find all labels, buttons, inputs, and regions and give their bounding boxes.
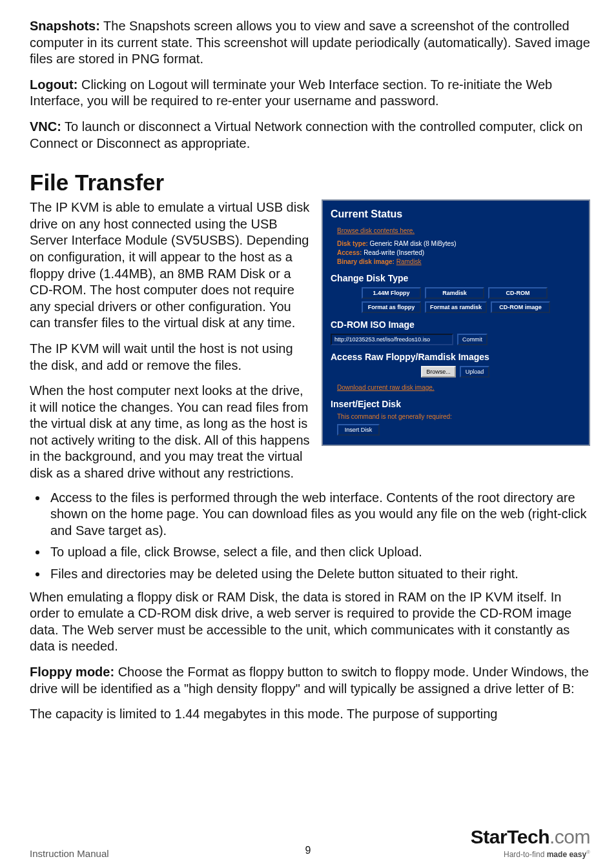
ft-para-1: The IP KVM is able to emulate a virtual … [30,199,310,332]
bullet-list: Access to the files is performed through… [30,490,590,583]
status-access-key: Access: [337,249,362,256]
brand-com: .com [549,826,590,847]
bullet-3: Files and directories may be deleted usi… [48,566,590,583]
download-raw-link[interactable]: Download current raw disk image. [337,384,435,391]
footer-page-number: 9 [305,845,311,856]
right-column: Current Status Browse disk contents here… [322,199,590,446]
after-para-2: Floppy mode: Choose the Format as floppy… [30,664,590,697]
btn-cdrom[interactable]: CD-ROM [488,287,548,299]
floppy-mode-label: Floppy mode: [30,665,114,679]
status-access: Access: Read-write (Inserted) [337,248,581,257]
after-para-1: When emulating a floppy disk or RAM Disk… [30,589,590,655]
status-binary: Binary disk image: Ramdisk [337,257,581,267]
para-snapshots-label: Snapshots: [30,19,100,33]
disk-type-row-1: 1.44M Floppy Ramdisk CD-ROM [362,287,581,299]
iso-row: http://10235253.net/iso/freedos10.iso Co… [331,334,581,345]
section-title: File Transfer [30,170,590,196]
ss-heading-current-status: Current Status [331,208,581,220]
ramdisk-link[interactable]: Ramdisk [396,257,422,267]
status-block: Disk type: Generic RAM disk (8 MiBytes) … [337,239,581,267]
btn-browse[interactable]: Browse... [421,366,456,378]
para-logout-label: Logout: [30,77,77,92]
bullet-1: Access to the files is performed through… [48,490,590,540]
para-vnc-text: To launch or disconnect a Virtual Networ… [30,119,582,150]
para-snapshots: Snapshots: The Snapshots screen allows y… [30,18,590,68]
bullet-2: To upload a file, click Browse, select a… [48,544,590,561]
para-logout-text: Clicking on Logout will terminate your W… [30,77,552,108]
footer: Instruction Manual 9 StarTech.com Hard-t… [0,826,616,859]
upload-row: Browse... Upload [421,366,581,378]
btn-upload[interactable]: Upload [460,366,489,378]
para-snapshots-text: The Snapshots screen allows you to view … [30,19,590,66]
disk-type-row-2: Format as floppy Format as ramdisk CD-RO… [362,301,581,313]
iso-url-input[interactable]: http://10235253.net/iso/freedos10.iso [331,334,453,345]
status-access-val: Read-write (Inserted) [362,249,424,256]
brand-tagline: Hard-to-find made easy® [471,849,590,859]
para-logout: Logout: Clicking on Logout will terminat… [30,77,590,110]
ss-heading-access-raw: Access Raw Floppy/Ramdisk Images [331,352,581,362]
footer-instruction-manual: Instruction Manual [30,848,109,859]
btn-insert-disk[interactable]: Insert Disk [337,424,380,436]
btn-format-ramdisk[interactable]: Format as ramdisk [425,301,487,313]
brand-name: StarTech.com [471,826,590,848]
browse-disk-link[interactable]: Browse disk contents here. [337,227,415,234]
after-para-3: The capacity is limited to 1.44 megabyte… [30,706,590,723]
tag-part2: made easy [547,850,586,859]
left-column: The IP KVM is able to emulate a virtual … [30,199,310,485]
ss-heading-insert-eject: Insert/Eject Disk [331,399,581,409]
ss-heading-change-disk: Change Disk Type [331,273,581,283]
embedded-screenshot: Current Status Browse disk contents here… [322,199,590,446]
btn-cdrom-image[interactable]: CD-ROM image [491,301,550,313]
btn-ramdisk[interactable]: Ramdisk [425,287,484,299]
brand-block: StarTech.com Hard-to-find made easy® [471,826,590,859]
ft-para-2: The IP KVM will wait until the host is n… [30,341,310,374]
btn-format-floppy[interactable]: Format as floppy [362,301,421,313]
two-column-layout: The IP KVM is able to emulate a virtual … [30,199,590,485]
btn-144-floppy[interactable]: 1.44M Floppy [362,287,421,299]
para-vnc: VNC: To launch or disconnect a Virtual N… [30,119,590,152]
ft-para-3: When the host computer next looks at the… [30,383,310,482]
status-disk-type-val: Generic RAM disk (8 MiBytes) [368,240,457,247]
insert-note: This command is not generally required: [337,413,581,420]
para-vnc-label: VNC: [30,119,61,134]
page: Snapshots: The Snapshots screen allows y… [0,0,616,868]
brand-bold: StarTech [471,826,549,847]
status-disk-type: Disk type: Generic RAM disk (8 MiBytes) [337,239,581,248]
status-disk-type-key: Disk type: [337,240,368,247]
status-binary-key: Binary disk image: [337,258,395,265]
registered-icon: ® [586,849,590,855]
tag-part1: Hard-to-find [504,850,547,859]
btn-commit[interactable]: Commit [457,334,488,345]
ss-heading-cdrom-iso: CD-ROM ISO Image [331,319,581,330]
